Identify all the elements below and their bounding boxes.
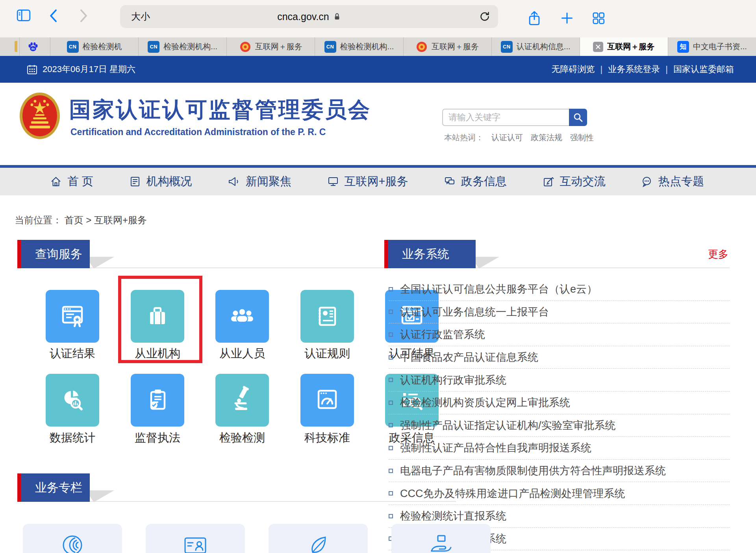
tile-renzheng-jieguo[interactable] <box>46 290 99 343</box>
tab-bar: du CN 检验检测机 CN 检验检测机构... 互联网＋服务 CN 检验检测机… <box>0 37 756 56</box>
tab-jianyan-1[interactable]: CN 检验检测机 <box>50 37 139 56</box>
tile-jianyan-jiance[interactable] <box>215 374 269 427</box>
tile-label-shuju-tongji[interactable]: 数据统计 <box>30 430 115 446</box>
tab-label: 检验检测机构... <box>163 41 217 52</box>
nav-item-hot-topics[interactable]: 热点专题 <box>641 174 704 189</box>
tab-baidu[interactable]: du <box>20 37 50 56</box>
clipboard-check-icon <box>143 385 172 415</box>
hotword-link[interactable]: 认证认可 <box>491 132 523 143</box>
site-title: 国家认证认可监督管理委员会 <box>69 95 371 124</box>
current-date: 2023年06月17日 星期六 <box>43 63 135 75</box>
megaphone-icon <box>228 176 240 187</box>
biz-item-food-agri[interactable]: 中国食品农产品认证信息系统 <box>389 346 730 369</box>
bcol-tile-organic[interactable] <box>269 524 368 553</box>
tile-label-jianyan-jiance[interactable]: 检验检测 <box>200 430 285 446</box>
tab-label: 互联网＋服务 <box>255 41 302 52</box>
tab-label: 互联网＋服务 <box>607 41 654 52</box>
tab-renzheng-jigou[interactable]: CN 认证机构信息... <box>492 37 580 56</box>
mailbox-link[interactable]: 国家认监委邮箱 <box>673 63 734 75</box>
hotword-link[interactable]: 强制性 <box>570 132 594 143</box>
tab-active-hulianwang[interactable]: 互联网＋服务 <box>580 37 668 56</box>
biz-item-ccc-lab-approval[interactable]: 强制性产品认证指定认证机构/实验室审批系统 <box>389 414 730 437</box>
search-button[interactable] <box>569 109 587 126</box>
query-services-header: 查询服务 <box>17 240 90 268</box>
nav-label: 首 页 <box>67 174 93 189</box>
biz-item-inspection-approval[interactable]: 检验检测机构资质认定网上审批系统 <box>389 392 730 414</box>
nav-item-overview[interactable]: 机构概况 <box>129 174 192 189</box>
nav-item-gov-info[interactable]: 政务信息 <box>444 174 507 189</box>
tile-shuju-tongji[interactable] <box>46 374 99 427</box>
tab-label: 认证机构信息... <box>517 41 571 52</box>
nav-label: 互联网+服务 <box>345 174 408 189</box>
search-input[interactable] <box>442 109 569 126</box>
hand-holding-icon <box>428 533 454 553</box>
share-icon[interactable] <box>527 10 542 27</box>
tile-label-keji-biaozhun[interactable]: 科技标准 <box>285 430 370 446</box>
tab-jianyan-3[interactable]: CN 检验检测机构... <box>315 37 403 56</box>
breadcrumb-label: 当前位置： <box>15 215 62 225</box>
forward-icon[interactable] <box>79 9 89 23</box>
tile-keji-biaozhun[interactable] <box>300 374 354 427</box>
nav-item-news[interactable]: 新闻聚焦 <box>228 174 291 189</box>
site-subtitle-english: Certification and Accreditation Administ… <box>70 127 326 137</box>
business-systems-list: 全国认证认可信息公共服务平台（认e云） 认证认可业务信息统一上报平台 认证行政监… <box>389 278 730 550</box>
tab-overview-icon[interactable] <box>592 12 605 24</box>
tab-zhihu[interactable]: 知 中文电子书资... <box>668 37 756 56</box>
monitor-icon <box>327 176 339 187</box>
separator: | <box>665 64 668 74</box>
bcol-tile-ccc[interactable] <box>23 524 122 553</box>
breadcrumb: 当前位置： 首页 > 互联网+服务 <box>15 214 147 226</box>
nav-item-home[interactable]: 首 页 <box>50 174 93 189</box>
biz-item-cert-approval[interactable]: 认证机构行政审批系统 <box>389 369 730 392</box>
square-bullet-icon <box>389 446 393 450</box>
hotword-link[interactable]: 政策法规 <box>531 132 562 143</box>
ccc-mark-icon <box>60 533 85 553</box>
reload-icon[interactable] <box>479 11 490 22</box>
biz-item-admin-supervision[interactable]: 认证行政监管系统 <box>389 323 730 346</box>
biz-item-unified-report[interactable]: 认证认可业务信息统一上报平台 <box>389 301 730 324</box>
business-login-link[interactable]: 业务系统登录 <box>608 63 660 75</box>
biz-item-self-declaration[interactable]: 强制性认证产品符合性自我声明报送系统 <box>389 437 730 460</box>
tab-label: 互联网＋服务 <box>432 41 479 52</box>
breadcrumb-path[interactable]: 首页 > 互联网+服务 <box>65 215 147 225</box>
tile-jiandu-zhifa[interactable] <box>131 374 184 427</box>
accessibility-link[interactable]: 无障碍浏览 <box>552 63 595 75</box>
tile-label-congye-jigou[interactable]: 从业机构 <box>115 346 200 362</box>
main-navigation: 首 页 机构概况 新闻聚焦 互联网+服务 政务信息 互动交流 热点专题 <box>0 168 756 195</box>
hotwords-row: 本站热词： 认证认可 政策法规 强制性 <box>444 132 594 143</box>
tab-clipped-edge[interactable] <box>0 37 20 56</box>
nav-item-interaction[interactable]: 互动交流 <box>543 174 606 189</box>
sidebar-icon[interactable] <box>16 9 32 22</box>
tab-jianyan-2[interactable]: CN 检验检测机构... <box>139 37 227 56</box>
tile-label-renzheng-jieguo[interactable]: 认证结果 <box>30 346 115 362</box>
tab-close-icon[interactable] <box>593 42 603 52</box>
biz-item-hazardous-substances[interactable]: 电器电子产品有害物质限制使用供方符合性声明报送系统 <box>389 460 730 482</box>
address-bar[interactable]: 大小 cnca.gov.cn <box>120 5 498 28</box>
biz-item-rene-cloud[interactable]: 全国认证认可信息公共服务平台（认e云） <box>389 278 730 301</box>
more-link[interactable]: 更多 <box>708 247 728 261</box>
tile-label-jiandu-zhifa[interactable]: 监督执法 <box>115 430 200 446</box>
speech-bubbles-icon <box>444 176 456 187</box>
nav-item-internet-services[interactable]: 互联网+服务 <box>327 174 408 189</box>
pen-square-icon <box>543 176 554 187</box>
gov-top-bar: 2023年06月17日 星期六 无障碍浏览 | 业务系统登录 | 国家认监委邮箱 <box>0 56 756 83</box>
back-icon[interactable] <box>48 9 58 23</box>
biz-item-label: CCC免办及特殊用途进口产品检测处理管理系统 <box>400 486 625 501</box>
bcol-tile-id-card[interactable] <box>146 524 245 553</box>
tile-renzheng-guize[interactable] <box>300 290 354 343</box>
leaf-icon <box>306 533 331 553</box>
date-display: 2023年06月17日 星期六 <box>27 63 135 75</box>
new-tab-icon[interactable] <box>561 12 573 24</box>
tile-congye-renyuan[interactable] <box>215 290 269 343</box>
page-zoom-control[interactable]: 大小 <box>131 10 150 23</box>
tab-hulianwang-1[interactable]: 互联网＋服务 <box>227 37 315 56</box>
tile-label-congye-renyuan[interactable]: 从业人员 <box>200 346 285 362</box>
bcol-tile-service-hand[interactable] <box>391 524 491 553</box>
biz-item-label: 强制性认证产品符合性自我声明报送系统 <box>400 441 591 455</box>
tab-hulianwang-2[interactable]: 互联网＋服务 <box>404 37 492 56</box>
square-bullet-icon <box>389 514 393 518</box>
tile-label-renzheng-guize[interactable]: 认证规则 <box>285 346 370 362</box>
nav-label: 新闻聚焦 <box>246 174 291 189</box>
home-icon <box>50 176 62 187</box>
tile-congye-jigou[interactable] <box>131 290 184 343</box>
